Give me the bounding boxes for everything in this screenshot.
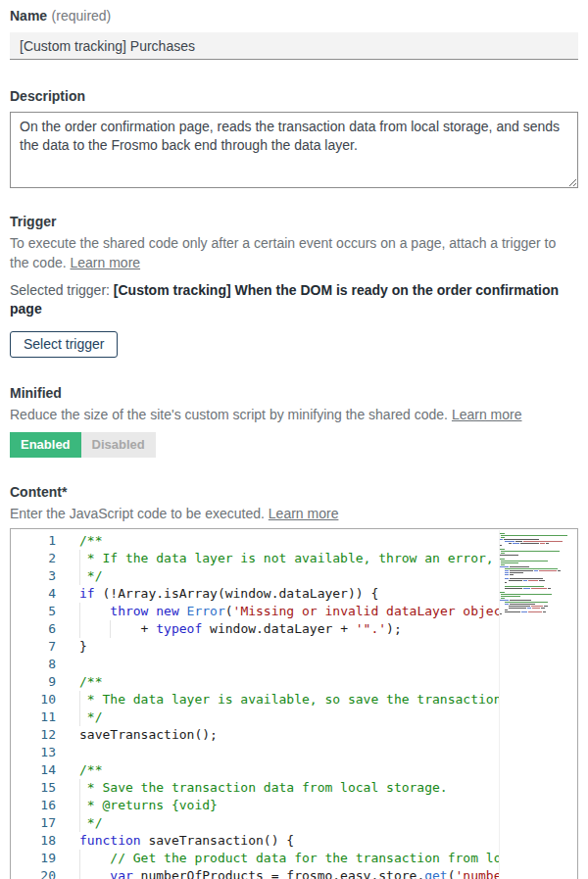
minimap-segment	[539, 580, 545, 581]
description-section: Description On the order confirmation pa…	[10, 87, 578, 188]
content-section: Content* Enter the JavaScript code to be…	[10, 483, 578, 879]
line-number: 15	[11, 779, 56, 797]
minimap-segment	[505, 541, 514, 542]
minimap-segment	[510, 600, 531, 601]
editor-gutter: 123456789101112131415161718192021	[11, 532, 56, 879]
code-line: throw new Error('Missing or invalid data…	[79, 603, 509, 620]
minimap-segment	[505, 604, 509, 605]
name-label: Name	[10, 8, 47, 24]
code-line: function saveTransaction() {	[79, 832, 509, 850]
code-line	[79, 744, 509, 761]
line-number: 1	[11, 532, 56, 550]
minimap-segment	[501, 564, 505, 565]
minimap-row	[500, 612, 575, 614]
code-line: /**	[79, 532, 509, 550]
minified-disabled-button[interactable]: Disabled	[81, 432, 156, 458]
minimap-segment	[500, 545, 502, 546]
content-learn-more-link[interactable]: Learn more	[269, 506, 339, 521]
code-line: /**	[79, 761, 509, 779]
minimap-segment	[532, 608, 540, 609]
minimap-segment	[531, 588, 547, 589]
code-line: * The data layer is available, so save t…	[79, 691, 509, 708]
minimap-segment	[543, 611, 546, 612]
minimap-segment	[501, 562, 518, 563]
minimap-segment	[505, 574, 509, 575]
minimap-segment	[500, 600, 509, 601]
code-token	[79, 868, 110, 879]
minimap-segment	[505, 586, 544, 587]
description-textarea[interactable]: On the order confirmation page, reads th…	[10, 112, 578, 188]
code-token: /**	[79, 762, 102, 777]
line-number: 16	[11, 797, 56, 814]
code-line: var numberOfProducts = frosmo.easy.store…	[79, 867, 509, 879]
minimap-segment	[510, 578, 543, 579]
line-number: 18	[11, 832, 56, 850]
indent-guide-line	[79, 779, 80, 797]
minimap-segment	[501, 598, 505, 599]
minimap-segment	[523, 541, 563, 542]
minimap-segment	[520, 543, 539, 544]
line-number: 14	[11, 761, 56, 779]
code-token: (	[225, 604, 233, 618]
minimap-segment	[500, 539, 503, 540]
minimap-segment	[501, 594, 552, 595]
code-line: * Save the transaction data from local s…	[79, 779, 509, 797]
code-line: */	[79, 567, 509, 585]
minimap-segment	[523, 588, 530, 589]
minimap-segment	[501, 553, 505, 554]
indent-guide-line	[79, 603, 80, 620]
code-token: Error	[187, 604, 225, 618]
code-token: numberOfProducts = frosmo.easy.store.	[133, 868, 424, 879]
name-input[interactable]	[10, 32, 578, 60]
minimap-segment	[500, 533, 505, 534]
editor-minimap[interactable]	[499, 530, 575, 879]
minimap-segment	[541, 608, 545, 609]
code-token: (!Array.isArray(window.dataLayer)) {	[95, 586, 379, 601]
line-number: 6	[11, 620, 56, 638]
content-help: Enter the JavaScript code to be executed…	[10, 504, 578, 523]
select-trigger-button[interactable]: Select trigger	[10, 331, 118, 358]
minimap-segment	[528, 580, 538, 581]
minified-enabled-button[interactable]: Enabled	[10, 432, 81, 458]
minimap-segment	[527, 608, 531, 609]
code-token: * Save the transaction data from local s…	[79, 780, 448, 795]
minimap-segment	[510, 566, 529, 567]
minimap-segment	[540, 543, 545, 544]
minimap-segment	[505, 588, 522, 589]
line-number: 9	[11, 673, 56, 691]
minimap-segment	[500, 566, 509, 567]
code-editor[interactable]: 123456789101112131415161718192021 /** * …	[10, 528, 578, 879]
minimap-segment	[500, 549, 505, 550]
minimap-segment	[500, 592, 505, 593]
minimap-segment	[501, 535, 567, 536]
code-lines[interactable]: /** * If the data layer is not available…	[56, 532, 509, 879]
minified-section: Minified Reduce the size of the site's c…	[10, 384, 578, 458]
minimap-segment	[501, 596, 520, 597]
minimap-segment	[505, 582, 507, 583]
code-line: // Get the product data for the transact…	[79, 850, 509, 867]
code-token: '".'	[356, 621, 386, 636]
indent-guide-line	[79, 567, 80, 585]
minimap-segment	[558, 570, 561, 571]
trigger-learn-more-link[interactable]: Learn more	[71, 255, 141, 270]
code-editor-viewport: 123456789101112131415161718192021 /** * …	[11, 529, 509, 879]
minimap-segment	[510, 572, 523, 573]
code-token: (	[448, 868, 456, 879]
minimap-segment	[546, 543, 549, 544]
description-label: Description	[10, 88, 85, 104]
line-number: 5	[11, 603, 56, 620]
code-line: }	[79, 638, 509, 656]
code-token: * @returns {void}	[79, 798, 218, 812]
minimap-segment	[501, 561, 548, 562]
code-token: function	[79, 833, 141, 848]
minimap-segment	[531, 606, 543, 607]
indent-guide-line	[110, 620, 111, 638]
shared-code-form: Name (required) Description On the order…	[0, 0, 588, 879]
code-token: get	[424, 868, 447, 879]
code-token: +	[79, 621, 156, 636]
code-token: var	[110, 868, 132, 879]
code-line: */	[79, 708, 509, 726]
code-token: if	[79, 586, 95, 601]
minified-learn-more-link[interactable]: Learn more	[452, 407, 522, 422]
indent-guide-line	[79, 814, 80, 832]
